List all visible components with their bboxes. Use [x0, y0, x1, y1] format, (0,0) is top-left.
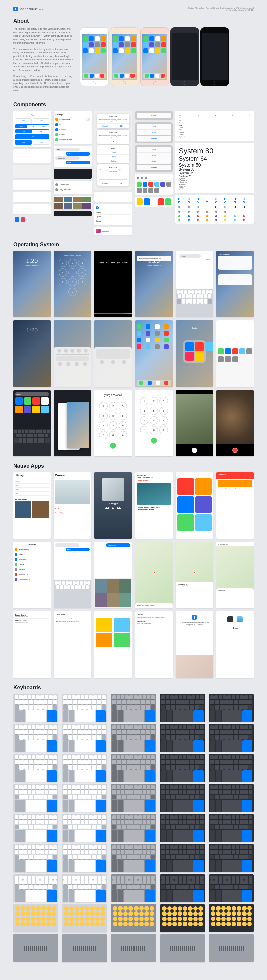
folder-open: Social — [176, 320, 213, 387]
rotation-toggle[interactable] — [84, 349, 88, 353]
calendar-app: September SMTWTFS — [216, 472, 254, 539]
iphone-silver — [80, 27, 109, 86]
keyboards-grid — [13, 694, 254, 962]
share-sheet — [135, 174, 173, 195]
camera-video — [216, 390, 254, 457]
lock-dim: 1:20 — [13, 320, 51, 387]
camera-photo — [176, 390, 213, 457]
airplane-toggle[interactable] — [57, 349, 61, 353]
facebook-logo: f — [13, 7, 18, 11]
about-text: The intent of the library is to help you… — [13, 27, 73, 95]
iphone-black — [200, 27, 229, 86]
spotlight-dark: Search — [13, 390, 51, 457]
keyboard-alpha — [209, 754, 254, 782]
keyboard-num — [13, 784, 58, 812]
about-heading: About — [13, 18, 254, 24]
keyboard-alpha — [13, 724, 58, 752]
keyboard-num — [160, 784, 205, 812]
settings-app: Settings Airplane Mode Wi-Fi Bluetooth C… — [13, 542, 51, 608]
page-header: f iOS 10 GUI (iPhone) Sketch, Photoshop,… — [13, 7, 254, 11]
search-input[interactable]: Search — [15, 392, 49, 396]
icloud-icon — [237, 616, 243, 622]
next-icon[interactable]: ▶▶ — [118, 507, 121, 510]
settings-list: Settings Airplane Mode Wi-Fi Bluetooth C… — [54, 111, 91, 144]
list-item[interactable]: Airplane Mode — [56, 117, 90, 122]
facebook-icon: f — [15, 217, 19, 222]
alert-ok[interactable]: OK — [113, 124, 129, 128]
keyboard-emoji — [62, 904, 107, 932]
keyboard-alpha — [62, 724, 107, 752]
keyboard-alpha — [209, 724, 254, 752]
keyboard-alpha — [62, 694, 107, 722]
iphone-space-gray — [170, 27, 199, 86]
home-screen — [135, 320, 173, 387]
keyboard-num — [62, 784, 107, 812]
alert-cancel[interactable]: Cancel — [97, 124, 113, 128]
keyboard-dictate — [160, 934, 205, 962]
apps-heading: Native Apps — [13, 463, 254, 469]
keyboard-dictate — [62, 934, 107, 962]
lock-notification: 1:20 Tuesday, September 13 Message notif… — [135, 251, 173, 317]
icloud-settings: iCloud — [216, 611, 254, 678]
components-heading: Components — [13, 102, 254, 108]
keyboard-num — [111, 814, 156, 842]
siri-screen: What can I help you with? — [94, 251, 132, 317]
dnd-toggle[interactable] — [77, 349, 81, 353]
maps-directions: To Facebook HQ Facebook HQ — [216, 542, 254, 608]
keyboard-num — [62, 844, 107, 872]
keyboard-num — [13, 844, 58, 872]
switch-icon[interactable] — [86, 118, 90, 121]
phone-keypad-alt: 123456789*0# — [135, 390, 173, 457]
typography-sizes: Title 1LMSXS Title 2 Title 3 Headline Bo… — [175, 111, 254, 141]
keyboard-num — [13, 814, 58, 842]
keyboard-alpha — [111, 694, 156, 722]
keyboard-num — [111, 784, 156, 812]
iphone-rose-gold — [140, 27, 169, 86]
ios-button[interactable]: Title — [15, 113, 49, 118]
keyboard-emoji — [209, 904, 254, 932]
keyboard-num — [209, 844, 254, 872]
music-browse: Browse New Music Curated Playlists — [54, 472, 91, 539]
control-center — [54, 320, 91, 387]
instagram-icon — [21, 217, 25, 222]
keyboard-dictate — [13, 934, 58, 962]
bluetooth-toggle[interactable] — [70, 349, 75, 353]
keyboard-num — [62, 814, 107, 842]
maps-detail: Facebook HQ 1 Hacker Way, Menlo Park — [176, 542, 213, 608]
keyboard-num — [160, 844, 205, 872]
alert-input[interactable] — [99, 176, 127, 180]
wifi-toggle[interactable] — [64, 349, 68, 353]
os-screens: 1:20 Tuesday, September 13 Touch ID or E… — [13, 251, 254, 457]
keyboard-alpha — [13, 754, 58, 782]
mail-list: Claude Debrie Subject line preview text … — [13, 611, 51, 678]
notification-reply: Hi there Reply — [176, 251, 213, 317]
apple-icon — [227, 616, 233, 622]
facebook-design: f A collection of free resources made by… — [176, 611, 213, 678]
apps-screens: Library Playlists Artists Albums Songs R… — [13, 472, 254, 678]
shutter-button[interactable] — [192, 448, 197, 453]
record-button[interactable] — [232, 448, 238, 453]
call-button[interactable] — [110, 442, 116, 449]
keyboard-emoji — [111, 904, 156, 932]
widgets-screen: Thursday September 15 — [216, 251, 254, 317]
keyboard-alpha — [62, 754, 107, 782]
phone-keypad: (650) 123-4567 123456789*0# — [94, 390, 132, 457]
context-menu: f Search Option Option — [94, 204, 132, 225]
keyboard-num — [160, 814, 205, 842]
app-icons-row — [135, 197, 173, 207]
map-pin-icon — [153, 572, 155, 574]
keyboard-alpha — [13, 694, 58, 722]
keyboard-alpha — [111, 754, 156, 782]
news-app: MONDAY SEPTEMBER 19 TOP STORIES Special … — [135, 472, 173, 539]
keyboard-dictate — [111, 934, 156, 962]
keyboard-alpha — [160, 754, 205, 782]
notes-app: The Loop Note paragraph content here lor… — [135, 611, 173, 678]
keyboard-num — [111, 844, 156, 872]
keyboard-num — [62, 874, 107, 902]
passcode-screen: Touch ID or Enter Passcode 1234567890 — [54, 251, 91, 317]
music-now-playing: Let It Happen ◀◀▶▶▶ — [94, 472, 132, 539]
keyboard-num — [209, 814, 254, 842]
play-icon[interactable]: ▶ — [112, 507, 114, 510]
segmented-control[interactable]: TitleTitleTitle — [15, 124, 49, 128]
prev-icon[interactable]: ◀◀ — [105, 507, 109, 510]
